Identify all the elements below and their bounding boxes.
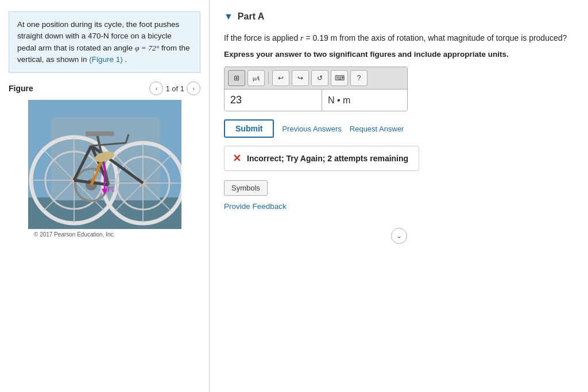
- refresh-icon: ↺: [317, 74, 323, 82]
- figure-header: Figure ‹ 1 of 1 ›: [9, 81, 200, 95]
- help-button[interactable]: ?: [350, 70, 368, 86]
- previous-answers-link[interactable]: Previous Answers: [282, 125, 341, 133]
- part-header: ▼ Part A: [224, 11, 574, 22]
- answer-box: ⊞ μA ↩ ↪ ↺ ⌨ ? N: [224, 67, 408, 111]
- svg-rect-1: [28, 197, 181, 229]
- submit-button[interactable]: Submit: [224, 119, 274, 138]
- prev-figure-button[interactable]: ‹: [149, 81, 163, 95]
- help-icon: ?: [357, 74, 361, 82]
- bottom-nav: ⌄: [224, 228, 574, 244]
- svg-rect-24: [86, 131, 114, 136]
- unit-display: N • m: [322, 90, 407, 111]
- error-text: Incorrect; Try Again; 2 attempts remaini…: [247, 154, 408, 163]
- grid-button[interactable]: ⊞: [228, 70, 245, 86]
- figure-link[interactable]: (Figure 1): [89, 55, 125, 64]
- redo-button[interactable]: ↪: [292, 70, 309, 86]
- error-icon: ✕: [233, 152, 241, 165]
- figure-image: F⃗ r: [28, 100, 181, 229]
- mu-icon: μA: [253, 75, 260, 81]
- mu-button[interactable]: μA: [247, 70, 265, 86]
- left-panel: At one position during its cycle, the fo…: [0, 0, 210, 392]
- bicycle-svg: F⃗ r: [28, 100, 181, 229]
- right-panel: ▼ Part A If the force is applied r = 0.1…: [210, 0, 588, 392]
- problem-statement: At one position during its cycle, the fo…: [9, 11, 200, 73]
- grid-icon: ⊞: [234, 74, 239, 82]
- problem-math: φ = 72°: [135, 44, 159, 52]
- redo-icon: ↪: [297, 74, 303, 82]
- figure-section: Figure ‹ 1 of 1 ›: [0, 81, 209, 238]
- answer-instruction: Express your answer to two significant f…: [224, 50, 574, 59]
- part-title: Part A: [238, 11, 265, 22]
- provide-feedback-link[interactable]: Provide Feedback: [224, 202, 287, 211]
- answer-toolbar: ⊞ μA ↩ ↪ ↺ ⌨ ?: [225, 67, 407, 90]
- figure-title: Figure: [9, 84, 33, 93]
- svg-text:F⃗: F⃗: [107, 185, 115, 193]
- undo-button[interactable]: ↩: [272, 70, 289, 86]
- figure-caption: © 2017 Pearson Education, Inc.: [9, 231, 200, 238]
- scroll-down-button[interactable]: ⌄: [391, 228, 407, 244]
- input-row: N • m: [225, 90, 407, 111]
- figure-nav: ‹ 1 of 1 ›: [149, 81, 200, 95]
- value-input[interactable]: [225, 90, 322, 111]
- undo-icon: ↩: [278, 74, 284, 82]
- figure-count: 1 of 1: [165, 84, 184, 93]
- request-answer-link[interactable]: Request Answer: [350, 125, 404, 133]
- error-message: ✕ Incorrect; Try Again; 2 attempts remai…: [224, 146, 419, 171]
- toolbar-separator-1: [268, 72, 269, 84]
- refresh-button[interactable]: ↺: [311, 70, 328, 86]
- next-figure-button[interactable]: ›: [187, 81, 200, 95]
- symbols-button[interactable]: Symbols: [224, 180, 268, 196]
- provide-feedback-section: Provide Feedback: [224, 201, 574, 211]
- keyboard-button[interactable]: ⌨: [331, 70, 348, 86]
- action-row: Submit Previous Answers Request Answer: [224, 119, 574, 138]
- collapse-button[interactable]: ▼: [224, 11, 233, 22]
- svg-text:r: r: [94, 169, 97, 176]
- question-text: If the force is applied r = 0.19 m from …: [224, 32, 574, 44]
- keyboard-icon: ⌨: [335, 74, 345, 82]
